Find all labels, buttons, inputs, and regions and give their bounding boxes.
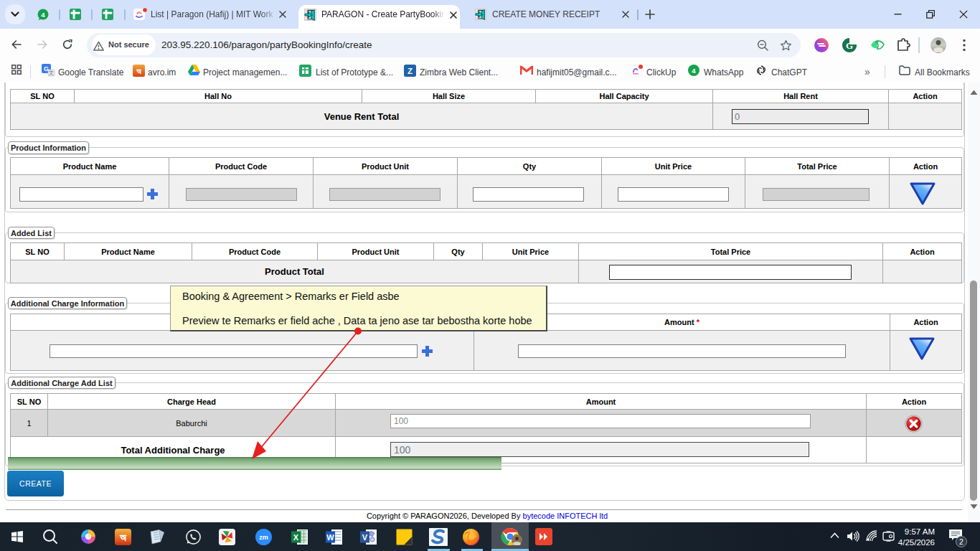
svg-text:2: 2: [959, 537, 963, 546]
svg-text:W: W: [326, 533, 334, 542]
svg-text:V: V: [362, 533, 368, 542]
svg-text:zm: zm: [259, 534, 268, 541]
svg-text:অ: অ: [136, 67, 141, 75]
svg-text:অ: অ: [119, 532, 127, 543]
svg-text:文: 文: [49, 70, 54, 75]
svg-text:G: G: [846, 40, 853, 51]
svg-text:X: X: [293, 533, 299, 542]
svg-text:Z: Z: [407, 67, 413, 75]
svg-text:4: 4: [692, 67, 696, 75]
svg-text:4: 4: [41, 11, 45, 19]
